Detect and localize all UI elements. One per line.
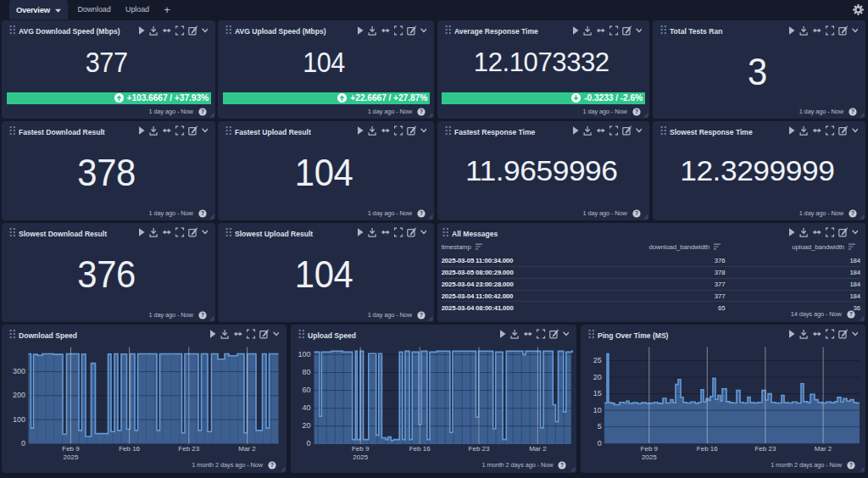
svg-text:Mar 2: Mar 2 — [529, 445, 547, 453]
svg-text:?: ? — [201, 312, 204, 318]
svg-text:0: 0 — [21, 439, 25, 447]
svg-text:?: ? — [635, 210, 638, 216]
svg-text:?: ? — [849, 311, 853, 317]
svg-text:100: 100 — [13, 414, 25, 423]
svg-text:?: ? — [420, 108, 423, 114]
svg-text:Feb 23: Feb 23 — [178, 445, 199, 453]
svg-text:80: 80 — [302, 368, 310, 376]
svg-text:200: 200 — [13, 391, 25, 399]
svg-text:2025: 2025 — [64, 453, 79, 461]
svg-text:100: 100 — [298, 349, 310, 358]
svg-text:5: 5 — [598, 422, 602, 431]
svg-text:Feb 23: Feb 23 — [754, 445, 776, 453]
svg-text:?: ? — [635, 108, 638, 114]
svg-text:10: 10 — [593, 405, 602, 414]
svg-text:Feb 23: Feb 23 — [468, 445, 489, 453]
svg-text:2025: 2025 — [353, 453, 368, 461]
svg-text:?: ? — [270, 462, 274, 468]
svg-text:?: ? — [201, 108, 204, 114]
svg-text:?: ? — [420, 210, 423, 216]
svg-text:25: 25 — [593, 356, 602, 364]
svg-text:?: ? — [849, 462, 853, 468]
svg-text:20: 20 — [302, 421, 310, 430]
svg-text:0: 0 — [306, 439, 310, 447]
svg-text:15: 15 — [593, 389, 602, 397]
svg-text:?: ? — [851, 108, 854, 114]
svg-text:Feb 9: Feb 9 — [352, 445, 370, 453]
svg-text:300: 300 — [13, 367, 25, 375]
svg-text:Feb 9: Feb 9 — [62, 445, 80, 453]
svg-text:2025: 2025 — [642, 453, 657, 461]
svg-text:Mar 2: Mar 2 — [238, 445, 256, 453]
svg-text:Feb 16: Feb 16 — [119, 445, 140, 453]
svg-text:Feb 16: Feb 16 — [409, 445, 430, 453]
svg-text:20: 20 — [593, 372, 602, 381]
svg-text:0: 0 — [598, 438, 602, 447]
svg-text:?: ? — [851, 210, 854, 216]
svg-text:40: 40 — [302, 403, 310, 412]
svg-text:?: ? — [420, 312, 423, 318]
svg-text:Mar 2: Mar 2 — [815, 445, 832, 453]
svg-text:?: ? — [561, 462, 565, 468]
svg-text:Feb 16: Feb 16 — [697, 445, 718, 453]
svg-text:60: 60 — [302, 386, 310, 394]
svg-text:Feb 9: Feb 9 — [641, 445, 659, 453]
svg-text:?: ? — [201, 210, 204, 216]
